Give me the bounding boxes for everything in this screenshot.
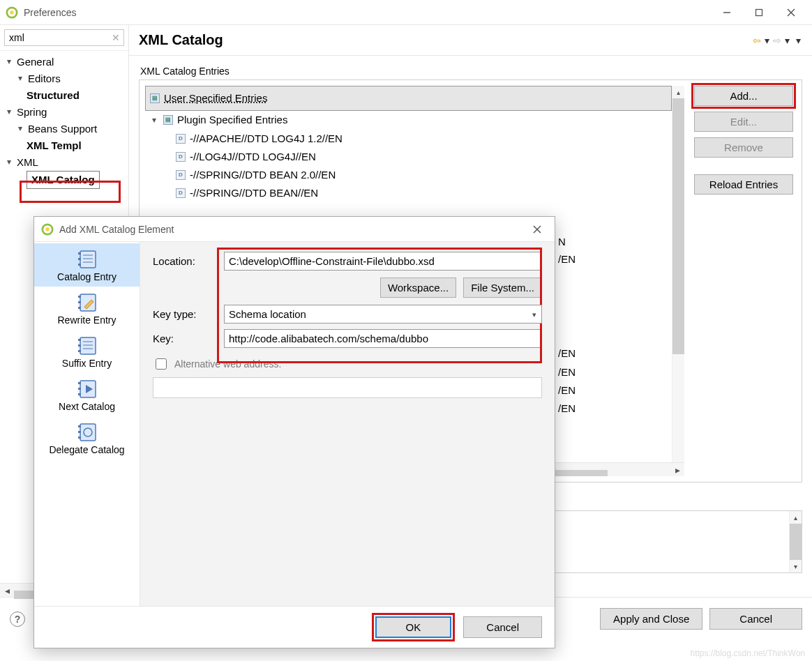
delegate-catalog-icon — [75, 422, 100, 443]
tab-delegate-catalog[interactable]: Delegate Catalog — [34, 416, 140, 459]
svg-rect-30 — [78, 382, 81, 384]
svg-point-7 — [45, 227, 49, 231]
tree-item-beans-support[interactable]: ▾Beans Support — [0, 121, 128, 137]
svg-rect-18 — [78, 296, 81, 298]
key-type-select[interactable]: Schema location — [224, 305, 542, 324]
alternative-web-address-label: Alternative web address: — [174, 358, 281, 370]
dtd-icon: D — [176, 188, 186, 198]
tree-item-xml-templates[interactable]: XML Templ — [0, 137, 128, 154]
catalog-entry-icon — [75, 249, 100, 270]
tab-label: Next Catalog — [59, 401, 115, 412]
maximize-icon — [755, 8, 763, 17]
location-input[interactable] — [224, 252, 542, 271]
tree-item-structured[interactable]: Structured — [0, 87, 128, 104]
peek-text: /EN — [558, 366, 576, 378]
tab-label: Suffix Entry — [62, 358, 112, 369]
scroll-down-icon[interactable]: ▾ — [790, 560, 802, 572]
entry-item[interactable]: D-//SPRING//DTD BEAN//EN — [145, 184, 672, 202]
svg-rect-21 — [80, 337, 96, 354]
window-minimize-button[interactable] — [712, 3, 742, 22]
key-label: Key: — [153, 333, 220, 344]
tree-item-xml-catalog[interactable]: XML Catalog — [0, 171, 100, 189]
window-maximize-button[interactable] — [744, 3, 774, 22]
svg-rect-26 — [78, 344, 81, 347]
apply-and-close-button[interactable]: Apply and Close — [600, 608, 702, 630]
dialog-footer: OK Cancel — [34, 606, 555, 648]
tree-item-editors[interactable]: ▾Editors — [0, 70, 128, 87]
ok-button[interactable]: OK — [375, 616, 452, 638]
svg-rect-15 — [78, 258, 81, 260]
remove-button: Remove — [694, 137, 793, 158]
tab-suffix-entry[interactable]: Suffix Entry — [34, 330, 140, 373]
svg-rect-32 — [78, 393, 81, 395]
alternative-web-address-input — [153, 377, 542, 398]
svg-point-1 — [10, 10, 13, 14]
entry-item[interactable]: D-//APACHE//DTD LOG4J 1.2//EN — [145, 130, 672, 148]
dialog-close-button[interactable] — [527, 220, 548, 239]
chevron-down-icon: ▾ — [4, 155, 14, 169]
forward-menu-icon[interactable]: ▾ — [783, 35, 791, 46]
scroll-up-icon[interactable]: ▴ — [790, 511, 802, 524]
svg-rect-19 — [78, 301, 81, 303]
entry-item[interactable]: D-//LOG4J//DTD LOG4J//EN — [145, 148, 672, 166]
forward-icon[interactable]: ⇨ — [772, 35, 783, 46]
dtd-icon: D — [176, 134, 186, 144]
watermark: https://blog.csdn.net/ThinkWon — [690, 648, 805, 658]
dialog-cancel-button[interactable]: Cancel — [463, 616, 542, 638]
tree-item-xml[interactable]: ▾XML — [0, 154, 128, 171]
svg-rect-14 — [78, 252, 81, 254]
scroll-left-icon[interactable]: ◂ — [0, 584, 14, 598]
close-icon — [787, 8, 795, 17]
page-title: XML Catalog — [139, 32, 751, 48]
window-title: Preferences — [24, 7, 712, 18]
tab-next-catalog[interactable]: Next Catalog — [34, 373, 140, 416]
view-menu-icon[interactable]: ▾ — [795, 35, 802, 46]
workspace-button[interactable]: Workspace... — [380, 278, 456, 298]
highlight-annotation: OK — [372, 613, 456, 641]
add-button[interactable]: Add... — [694, 86, 793, 106]
chevron-down-icon: ▾ — [15, 72, 25, 85]
back-icon[interactable]: ⇦ — [751, 35, 762, 46]
details-vertical-scrollbar[interactable]: ▴ ▾ — [789, 511, 802, 572]
back-menu-icon[interactable]: ▾ — [763, 35, 771, 46]
tab-catalog-entry[interactable]: Catalog Entry — [34, 243, 140, 287]
svg-rect-35 — [78, 425, 81, 427]
scroll-right-icon[interactable]: ▸ — [670, 463, 684, 477]
clear-icon[interactable]: ✕ — [112, 32, 120, 43]
help-button[interactable]: ? — [10, 611, 25, 627]
scroll-up-icon[interactable]: ▴ — [672, 86, 684, 98]
tree-item-general[interactable]: ▾General — [0, 54, 128, 70]
key-input[interactable] — [224, 329, 542, 348]
folder-icon: ▤ — [150, 93, 160, 103]
suffix-entry-icon — [75, 335, 100, 356]
peek-text: /EN — [558, 253, 576, 265]
window-close-button[interactable] — [776, 3, 806, 22]
entry-plugin-specified[interactable]: ▾ ▤ Plugin Specified Entries — [145, 111, 672, 129]
key-type-label: Key type: — [153, 308, 220, 320]
reload-entries-button[interactable]: Reload Entries — [694, 174, 793, 195]
peek-text: /EN — [558, 384, 576, 396]
page-header: XML Catalog ⇦ ▾ ⇨ ▾ ▾ — [129, 25, 812, 56]
dtd-icon: D — [176, 152, 186, 162]
tab-rewrite-entry[interactable]: Rewrite Entry — [34, 287, 140, 330]
scroll-thumb[interactable] — [790, 524, 802, 560]
scroll-thumb[interactable] — [672, 98, 684, 354]
eclipse-logo-icon — [6, 6, 18, 19]
entry-item[interactable]: D-//SPRING//DTD BEAN 2.0//EN — [145, 166, 672, 184]
filter-input[interactable] — [4, 29, 124, 46]
alternative-web-address-checkbox[interactable] — [156, 358, 167, 370]
file-system-button[interactable]: File System... — [463, 278, 542, 298]
tab-label: Delegate Catalog — [49, 444, 124, 455]
peek-text: /EN — [558, 402, 576, 414]
chevron-down-icon: ▾ — [149, 113, 159, 128]
svg-rect-25 — [78, 339, 81, 341]
tree-item-spring[interactable]: ▾Spring — [0, 104, 128, 121]
peek-text: N — [558, 236, 566, 248]
entry-user-specified[interactable]: ▤ User Specified Entries — [145, 86, 672, 111]
main-titlebar: Preferences — [0, 0, 812, 25]
cancel-button[interactable]: Cancel — [709, 608, 802, 630]
rewrite-entry-icon — [75, 292, 100, 313]
entries-vertical-scrollbar[interactable]: ▴ ▾ — [672, 86, 684, 476]
svg-rect-36 — [78, 431, 81, 433]
svg-rect-3 — [756, 9, 762, 15]
